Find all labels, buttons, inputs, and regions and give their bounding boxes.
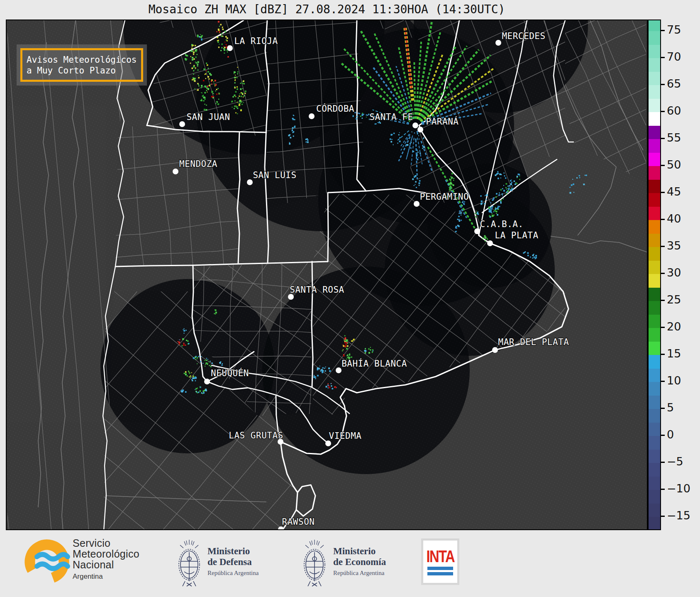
colorbar-tick-label: 60 — [667, 104, 681, 117]
colorbar-segment — [649, 112, 660, 126]
smn-logo-icon — [23, 536, 73, 590]
coat-of-arms-economia-icon — [300, 532, 329, 592]
colorbar-tick-mark — [661, 57, 665, 58]
defensa-title-2: de Defensa — [207, 557, 259, 568]
city-label: PARANÁ — [426, 116, 459, 127]
city-dot — [325, 440, 331, 446]
colorbar-segment — [649, 58, 660, 72]
inta-bar-1 — [427, 567, 453, 570]
colorbar-segment — [649, 463, 660, 477]
colorbar-tick-label: −5 — [667, 455, 683, 468]
city-label: SANTA ROSA — [290, 285, 344, 295]
city-label: RAWSON — [282, 517, 315, 527]
colorbar-tick-label: 40 — [667, 212, 681, 225]
city-dot — [204, 379, 210, 384]
colorbar-tick-label: 70 — [667, 50, 681, 63]
colorbar-tick-label: 65 — [667, 77, 681, 90]
colorbar-tick-mark — [661, 327, 665, 328]
colorbar-segment — [649, 234, 660, 247]
colorbar-segment — [649, 261, 660, 274]
warning-line-1: Avisos Meteorológicos — [27, 54, 141, 65]
colorbar-segment — [649, 504, 660, 517]
colorbar-segment — [649, 207, 660, 220]
colorbar-tick-mark — [661, 219, 665, 220]
colorbar-tick-mark — [661, 462, 665, 463]
city-dot — [288, 294, 294, 300]
city-label: SANTA FE — [369, 112, 413, 122]
coat-of-arms-defensa-icon — [174, 532, 204, 592]
city-label: CÓRDOBA — [316, 103, 354, 114]
colorbar-segment — [649, 517, 660, 530]
colorbar-segment — [649, 85, 660, 99]
colorbar-tick-label: 20 — [667, 320, 681, 333]
colorbar-tick-label: 50 — [667, 158, 681, 171]
colorbar-segment — [649, 72, 660, 86]
city-label: C.A.B.A. — [480, 219, 523, 229]
colorbar-segment — [649, 153, 660, 166]
colorbar-segment — [649, 139, 660, 153]
ministerio-economia-text: Ministerio de Economía República Argenti… — [333, 546, 386, 577]
economia-title-2: de Economía — [333, 557, 386, 568]
economia-subtitle: República Argentina — [333, 570, 386, 577]
colorbar-segment — [649, 490, 660, 504]
colorbar-segment — [649, 450, 660, 463]
defensa-title-1: Ministerio — [207, 546, 259, 557]
colorbar-tick-label: 15 — [667, 347, 681, 360]
radar-mosaic-figure: Mosaico ZH MAX [dBZ] 27.08.2024 11:30HOA… — [0, 0, 700, 597]
colorbar-tick-label: −15 — [667, 509, 690, 522]
colorbar-tick-mark — [661, 300, 665, 301]
colorbar-segment — [649, 355, 660, 369]
smn-wordmark: Servicio Meteorológico Nacional Argentin… — [73, 538, 139, 581]
colorbar-segment — [649, 20, 660, 31]
city-label: LA RIOJA — [234, 36, 278, 46]
colorbar-segment — [649, 193, 660, 207]
colorbar-tick-label: 35 — [667, 239, 681, 252]
city-label: PERGAMINO — [420, 192, 469, 202]
footer-logos: Servicio Meteorológico Nacional Argentin… — [0, 530, 700, 597]
warning-box-border: Avisos Meteorológicos a Muy Corto Plazo — [20, 48, 143, 82]
colorbar-segment — [649, 126, 660, 139]
colorbar-tick-label: 45 — [667, 185, 681, 198]
colorbar-segment — [649, 220, 660, 234]
city-label: NEUQUÉN — [211, 368, 249, 378]
warning-overlay-box: Avisos Meteorológicos a Muy Corto Plazo — [17, 44, 147, 86]
city-label: SAN JUAN — [186, 112, 230, 122]
colorbar-tick-label: 10 — [667, 374, 681, 387]
colorbar-tick-mark — [661, 408, 665, 409]
colorbar-tick-mark — [661, 516, 665, 517]
city-dot — [309, 113, 315, 119]
colorbar-segment — [649, 328, 660, 342]
colorbar-segment — [649, 247, 660, 261]
colorbar-tick-label: 0 — [667, 428, 674, 441]
colorbar-segment — [649, 274, 660, 288]
city-label: LAS GRUTAS — [229, 431, 283, 440]
city-label: SAN LUIS — [253, 170, 296, 180]
colorbar-segment — [649, 436, 660, 450]
colorbar-tick-mark — [661, 111, 665, 112]
colorbar-segment — [649, 45, 660, 59]
city-dot — [336, 367, 341, 373]
colorbar-tick-label: 30 — [667, 266, 681, 279]
city-label: BAHÍA BLANCA — [341, 358, 407, 369]
colorbar-segment — [649, 301, 660, 315]
inta-wordmark: INTA — [426, 548, 454, 565]
smn-line-1: Servicio — [73, 538, 139, 548]
colorbar-tick-mark — [661, 381, 665, 382]
colorbar-segment — [649, 382, 660, 396]
inta-logo: INTA — [421, 538, 459, 585]
colorbar-segment — [649, 342, 660, 355]
colorbar-tick-label: 75 — [667, 23, 681, 36]
city-label: MERCEDES — [502, 31, 545, 41]
colorbar-tick-label: 55 — [667, 131, 681, 144]
smn-line-2: Meteorológico — [73, 548, 139, 559]
colorbar-segment — [649, 166, 660, 180]
reflectivity-colorbar — [648, 20, 661, 530]
warning-line-2: a Muy Corto Plazo — [27, 65, 141, 76]
colorbar-segment — [649, 180, 660, 193]
colorbar-tick-mark — [661, 489, 665, 490]
colorbar-segment — [649, 423, 660, 436]
colorbar-segment — [649, 315, 660, 328]
city-label: MAR DEL PLATA — [498, 337, 569, 347]
city-dot — [492, 347, 498, 353]
colorbar-tick-mark — [661, 354, 665, 355]
